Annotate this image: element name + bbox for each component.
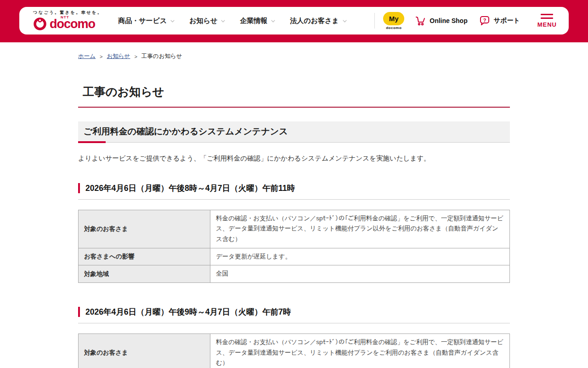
- docomo-mark-icon: [33, 17, 47, 32]
- menu-button[interactable]: MENU: [537, 14, 557, 28]
- question-bubble-icon: ?: [479, 15, 491, 27]
- site-header: つなごう。驚きを。幸せを。 NTT docomo 商品・サービス: [0, 0, 588, 42]
- row-value: データ更新が遅延します。: [210, 248, 510, 265]
- page-title: 工事のお知らせ: [78, 84, 510, 108]
- svg-text:?: ?: [483, 17, 486, 23]
- maintenance-table: 対象のお客さま 料金の確認・お支払い（パソコン／spﾓｰﾄﾞ）の「ご利用料金の確…: [78, 334, 510, 368]
- nav-item-products[interactable]: 商品・サービス: [118, 17, 175, 25]
- nav-item-business[interactable]: 法人のお客さま: [290, 17, 347, 25]
- chevron-down-icon: [170, 18, 175, 24]
- row-value: 全国: [210, 265, 510, 283]
- maintenance-period-heading: 2026年4月6日（月曜）午後9時～4月7日（火曜）午前7時: [78, 307, 510, 317]
- logo-text: docomo: [50, 17, 95, 31]
- intro-text: よりよいサービスをご提供できるよう、「ご利用料金の確認」にかかわるシステムメンテ…: [78, 154, 510, 164]
- breadcrumb-separator: >: [100, 54, 102, 59]
- table-row: お客さまへの影響 データ更新が遅延します。: [79, 248, 510, 265]
- support-button[interactable]: ? サポート: [479, 15, 520, 27]
- breadcrumb-news-link[interactable]: お知らせ: [107, 52, 130, 60]
- chevron-down-icon: [342, 18, 348, 24]
- header-utilities: My docomo Online Shop: [374, 12, 557, 30]
- logo-tagline: つなごう。驚きを。幸せを。: [33, 10, 102, 16]
- nav-item-news[interactable]: お知らせ: [189, 17, 226, 25]
- docomo-logo[interactable]: つなごう。驚きを。幸せを。 NTT docomo: [33, 10, 102, 32]
- hamburger-icon: [541, 14, 553, 19]
- row-label: 対象のお客さま: [79, 210, 210, 248]
- section-heading: ご利用料金の確認にかかわるシステムメンテナンス: [78, 121, 510, 143]
- row-value: 料金の確認・お支払い（パソコン／spﾓｰﾄﾞ）の「ご利用料金の確認」をご利用で、…: [210, 210, 510, 248]
- row-label: 対象のお客さま: [79, 334, 210, 368]
- header-bar: つなごう。驚きを。幸せを。 NTT docomo 商品・サービス: [19, 7, 569, 34]
- maintenance-block-1: 2026年4月6日（月曜）午後8時～4月7日（火曜）午前11時 対象のお客さま …: [78, 183, 510, 283]
- table-row: 対象のお客さま 料金の確認・お支払い（パソコン／spﾓｰﾄﾞ）の「ご利用料金の確…: [79, 334, 510, 368]
- logo-ntt-label: NTT: [61, 15, 69, 19]
- row-label: 対象地域: [79, 265, 210, 283]
- online-shop-button[interactable]: Online Shop: [414, 15, 467, 27]
- nav-item-corporate[interactable]: 企業情報: [240, 17, 276, 25]
- main-nav: 商品・サービス お知らせ 企業情報 法人のお客さま: [118, 17, 362, 25]
- my-docomo-icon: My: [383, 12, 404, 25]
- chevron-down-icon: [220, 18, 226, 24]
- breadcrumb-home-link[interactable]: ホーム: [78, 52, 96, 60]
- main-content: ホーム > お知らせ > 工事のお知らせ 工事のお知らせ ご利用料金の確認にかか…: [78, 42, 510, 368]
- maintenance-block-2: 2026年4月6日（月曜）午後9時～4月7日（火曜）午前7時 対象のお客さま 料…: [78, 307, 510, 368]
- my-docomo-button[interactable]: My docomo: [383, 12, 404, 30]
- breadcrumb-separator: >: [134, 54, 137, 59]
- table-row: 対象のお客さま 料金の確認・お支払い（パソコン／spﾓｰﾄﾞ）の「ご利用料金の確…: [79, 210, 510, 248]
- chevron-down-icon: [270, 18, 276, 24]
- breadcrumb: ホーム > お知らせ > 工事のお知らせ: [78, 42, 510, 60]
- row-label: お客さまへの影響: [79, 248, 210, 265]
- table-row: 対象地域 全国: [79, 265, 510, 283]
- maintenance-table: 対象のお客さま 料金の確認・お支払い（パソコン／spﾓｰﾄﾞ）の「ご利用料金の確…: [78, 210, 510, 283]
- maintenance-period-heading: 2026年4月6日（月曜）午後8時～4月7日（火曜）午前11時: [78, 183, 510, 193]
- divider: [374, 13, 375, 29]
- cart-icon: [414, 15, 426, 27]
- breadcrumb-current: 工事のお知らせ: [141, 52, 182, 60]
- row-value: 料金の確認・お支払い（パソコン／spﾓｰﾄﾞ）の「ご利用料金の確認」をご利用で、…: [210, 334, 510, 368]
